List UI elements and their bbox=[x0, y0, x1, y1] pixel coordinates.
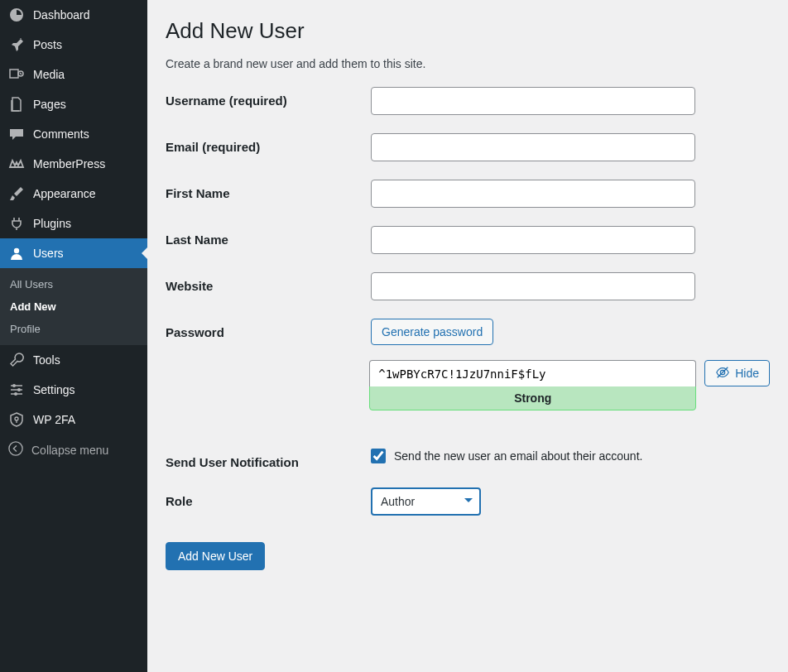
comment-icon bbox=[8, 126, 25, 142]
svg-point-2 bbox=[12, 384, 16, 387]
sidebar-item-label: Pages bbox=[33, 98, 66, 111]
add-new-user-button[interactable]: Add New User bbox=[166, 542, 265, 570]
sidebar-item-posts[interactable]: Posts bbox=[0, 30, 147, 60]
submenu-item-profile[interactable]: Profile bbox=[0, 318, 147, 340]
lastname-input[interactable] bbox=[371, 226, 695, 254]
media-icon bbox=[8, 66, 25, 83]
sidebar-item-memberpress[interactable]: MemberPress bbox=[0, 149, 147, 179]
sidebar-item-tools[interactable]: Tools bbox=[0, 345, 147, 375]
sidebar-item-label: Tools bbox=[33, 353, 60, 367]
sidebar-item-plugins[interactable]: Plugins bbox=[0, 209, 147, 238]
notification-row[interactable]: Send the new user an email about their a… bbox=[371, 449, 698, 463]
user-icon bbox=[8, 245, 25, 262]
main-content: Add New User Create a brand new user and… bbox=[147, 0, 788, 672]
role-label: Role bbox=[166, 487, 371, 508]
sidebar-item-label: WP 2FA bbox=[33, 413, 75, 426]
sidebar-item-media[interactable]: Media bbox=[0, 60, 147, 89]
hide-password-button[interactable]: Hide bbox=[704, 360, 770, 386]
page-description: Create a brand new user and add them to … bbox=[166, 57, 770, 70]
wrench-icon bbox=[8, 352, 25, 368]
collapse-menu[interactable]: Collapse menu bbox=[0, 434, 147, 465]
shield-icon bbox=[8, 411, 25, 428]
collapse-label: Collapse menu bbox=[31, 444, 108, 457]
website-input[interactable] bbox=[371, 272, 695, 300]
website-label: Website bbox=[166, 272, 371, 293]
page-title: Add New User bbox=[166, 8, 770, 47]
email-label: Email (required) bbox=[166, 133, 371, 154]
password-input[interactable] bbox=[369, 360, 696, 386]
password-strength-indicator: Strong bbox=[369, 386, 696, 410]
sidebar-item-label: MemberPress bbox=[33, 157, 105, 170]
notification-checkbox[interactable] bbox=[371, 449, 386, 463]
submenu-item-all-users[interactable]: All Users bbox=[0, 273, 147, 295]
sidebar-item-comments[interactable]: Comments bbox=[0, 119, 147, 149]
email-input[interactable] bbox=[371, 133, 695, 161]
sidebar-item-label: Plugins bbox=[33, 217, 71, 230]
submenu-item-add-new[interactable]: Add New bbox=[0, 295, 147, 318]
username-input[interactable] bbox=[371, 87, 695, 115]
user-form: Username (required) Email (required) Fir… bbox=[166, 87, 770, 570]
sliders-icon bbox=[8, 382, 25, 398]
sidebar-item-label: Appearance bbox=[33, 187, 96, 200]
dashboard-icon bbox=[8, 7, 25, 23]
pages-icon bbox=[8, 96, 25, 113]
plug-icon bbox=[8, 215, 25, 232]
brush-icon bbox=[8, 185, 25, 202]
sidebar-item-label: Media bbox=[33, 68, 65, 81]
sidebar-item-pages[interactable]: Pages bbox=[0, 89, 147, 119]
svg-point-3 bbox=[17, 388, 21, 391]
submenu-users: All UsersAdd NewProfile bbox=[0, 268, 147, 345]
svg-point-5 bbox=[15, 417, 18, 420]
sidebar-item-label: Posts bbox=[33, 38, 62, 51]
generate-password-button[interactable]: Generate password bbox=[371, 319, 493, 345]
collapse-icon bbox=[8, 441, 23, 458]
sidebar-item-label: Comments bbox=[33, 127, 89, 141]
notification-label: Send User Notification bbox=[166, 449, 371, 469]
eye-slash-icon bbox=[715, 365, 730, 382]
admin-sidebar: DashboardPostsMediaPagesCommentsMemberPr… bbox=[0, 0, 147, 672]
svg-point-1 bbox=[14, 248, 19, 253]
sidebar-item-users[interactable]: Users bbox=[0, 238, 147, 268]
notification-text: Send the new user an email about their a… bbox=[394, 449, 642, 463]
role-select[interactable]: Author bbox=[371, 487, 481, 516]
memberpress-icon bbox=[8, 156, 25, 172]
sidebar-item-label: Settings bbox=[33, 383, 75, 396]
firstname-label: First Name bbox=[166, 180, 371, 200]
sidebar-item-label: Dashboard bbox=[33, 8, 90, 22]
svg-point-6 bbox=[9, 442, 22, 455]
password-label: Password bbox=[166, 319, 371, 339]
lastname-label: Last Name bbox=[166, 226, 371, 247]
sidebar-item-dashboard[interactable]: Dashboard bbox=[0, 0, 147, 30]
sidebar-item-label: Users bbox=[33, 247, 64, 260]
svg-point-4 bbox=[14, 392, 17, 396]
pin-icon bbox=[8, 36, 25, 53]
username-label: Username (required) bbox=[166, 87, 371, 108]
sidebar-item-appearance[interactable]: Appearance bbox=[0, 179, 147, 209]
sidebar-item-settings[interactable]: Settings bbox=[0, 375, 147, 405]
sidebar-item-wp2fa[interactable]: WP 2FA bbox=[0, 405, 147, 434]
firstname-input[interactable] bbox=[371, 180, 695, 208]
